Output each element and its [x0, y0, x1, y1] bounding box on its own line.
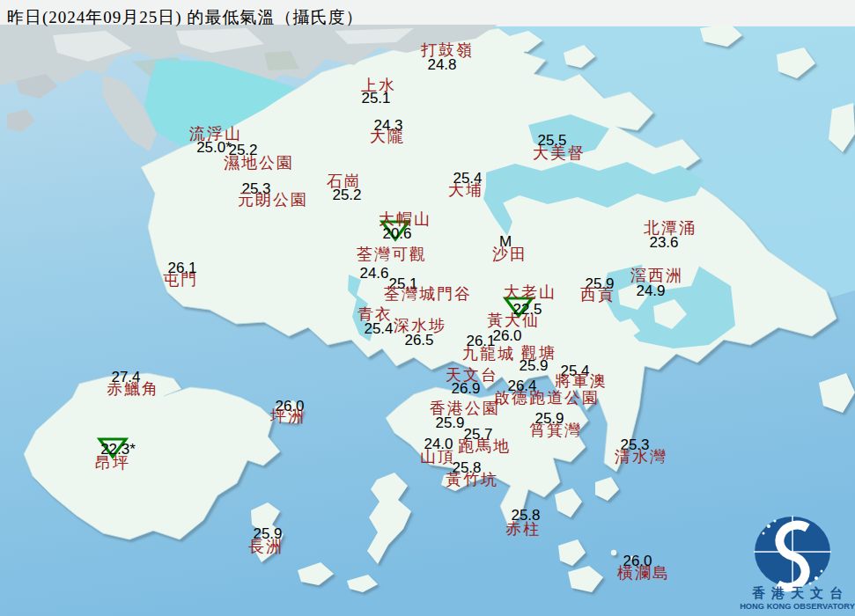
station-name: 赤柱	[505, 521, 541, 537]
station-name: 觀塘	[521, 345, 556, 361]
station-name: 西貢	[580, 287, 615, 303]
page-title: 昨日(2024年09月25日) 的最低氣溫（攝氏度）	[7, 6, 363, 29]
station-name: 赤鱲角	[107, 381, 159, 397]
station-name: 啟德跑道公園	[494, 390, 600, 406]
station-temp: 24.9	[636, 283, 665, 298]
station-name: 大帽山	[379, 211, 431, 227]
station-temp: 24.6	[359, 266, 388, 281]
station-name: 黃大仙	[487, 312, 540, 328]
station-name: 天文台	[446, 367, 498, 383]
station-name: 九龍城	[462, 346, 515, 362]
station-name: 上水	[361, 77, 396, 93]
station-name: 大隴	[370, 128, 405, 144]
station-name: 屯門	[163, 272, 198, 288]
station-labels-layer: 24.8 打鼓嶺 25.1 上水 24.3 大隴 25.0* 流浮山 25.2 …	[0, 0, 855, 616]
station-name: 跑馬地	[458, 438, 511, 454]
station-name: 山頂	[420, 449, 455, 465]
station-name: 滘西洲	[630, 268, 683, 283]
station-name: 香港公園	[430, 400, 500, 416]
station-name: 濕地公園	[224, 155, 294, 171]
station-name: 打鼓嶺	[421, 42, 474, 58]
station-temp: 26.5	[404, 333, 433, 348]
station-name: 長洲	[248, 539, 284, 554]
station-name: 大老山	[504, 284, 556, 300]
hko-logo: 香港天文台 HONG KONG OBSERVATORY	[740, 502, 855, 616]
station-name: 昂坪	[95, 455, 130, 471]
station-name: 清水灣	[615, 449, 667, 465]
station-temp: 26.0	[492, 328, 521, 343]
station-name: 荃灣城門谷	[384, 286, 472, 302]
station-name: 黃竹坑	[446, 472, 498, 488]
station-name: 將軍澳	[555, 373, 608, 389]
station-name: 沙田	[492, 246, 527, 262]
weather-map-page: 24.8 打鼓嶺 25.1 上水 24.3 大隴 25.0* 流浮山 25.2 …	[0, 0, 855, 616]
station-name: 深水埗	[394, 318, 446, 334]
station-name: 青衣	[357, 306, 393, 322]
station-temp: 23.6	[649, 235, 678, 250]
station-name: 北潭涌	[644, 220, 697, 236]
station-name: 石崗	[327, 173, 362, 189]
station-name: 筲箕灣	[529, 422, 582, 438]
station-name: 荃灣可觀	[357, 246, 427, 262]
station-temp: 25.4	[364, 321, 393, 336]
station-name: 流浮山	[189, 126, 242, 142]
station-name: 大美督	[533, 145, 586, 161]
logo-english-name: HONG KONG OBSERVATORY	[740, 603, 855, 611]
station-name: 橫瀾島	[617, 565, 670, 581]
station-name: 元朗公園	[238, 192, 308, 208]
station-temp: 20.6	[382, 226, 411, 241]
station-name: 坪洲	[270, 408, 306, 424]
station-name: 大埔	[448, 182, 483, 198]
logo-chinese-name: 香港天文台	[740, 587, 855, 600]
station-temp: 25.9	[435, 415, 464, 430]
station-temp: 24.8	[427, 57, 456, 72]
